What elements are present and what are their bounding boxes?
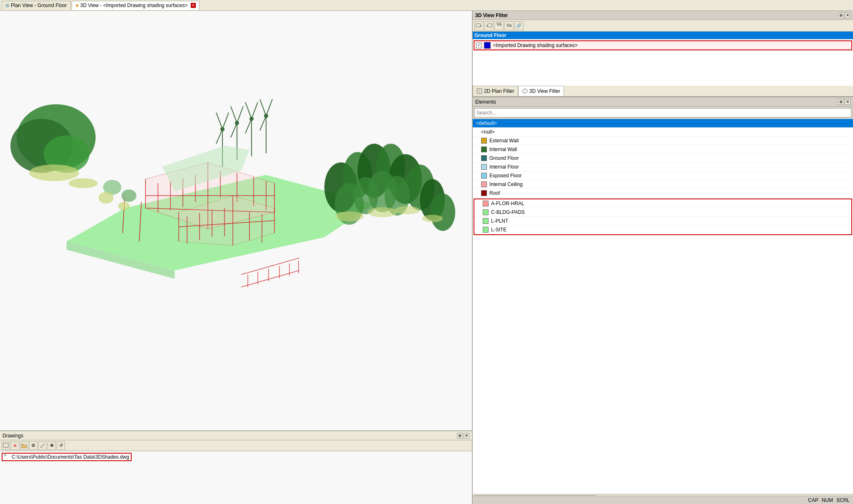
elements-panel: Elements ⊕ ✕ <default><null>External Wal… xyxy=(473,97,853,504)
elem-label-null: <null> xyxy=(481,129,495,135)
filter-panel-controls: ⊕ ✕ xyxy=(838,12,851,18)
drawings-close-btn[interactable]: ✕ xyxy=(464,433,469,439)
element-row-external-wall[interactable]: External Wall xyxy=(473,137,853,145)
filter-imported-drawing-label: <Imported Drawing shading surfaces> xyxy=(493,42,578,48)
tab-plan-view[interactable]: ⊞ Plan View - Ground Floor xyxy=(2,1,71,10)
elements-list: <default><null>External WallInternal Wal… xyxy=(473,119,853,494)
drawings-title: Drawings xyxy=(2,433,23,439)
element-row-l-plnt[interactable]: L-PLNT xyxy=(474,217,851,226)
elem-label-default: <default> xyxy=(476,120,497,126)
2d-plan-icon xyxy=(476,88,482,94)
svg-point-75 xyxy=(335,211,364,221)
tab-bar: ⊞ Plan View - Ground Floor ◈ 3D View - <… xyxy=(0,0,853,11)
svg-point-76 xyxy=(368,207,397,217)
elem-color-l-plnt xyxy=(483,218,489,224)
elem-color-exposed-floor xyxy=(481,173,487,179)
elem-color-l-site xyxy=(483,227,489,233)
elem-color-internal-ceiling xyxy=(481,181,487,187)
plan-view-icon: ⊞ xyxy=(5,3,9,8)
elements-pin-btn[interactable]: ⊕ xyxy=(838,99,844,105)
element-row-internal-floor[interactable]: Internal Floor xyxy=(473,163,853,171)
filter-imported-drawing-checkbox[interactable]: ✓ xyxy=(476,43,481,48)
elem-label-l-site: L-SITE xyxy=(491,227,506,233)
drawings-settings-btn[interactable]: ⚙ xyxy=(29,442,37,450)
svg-point-42 xyxy=(69,178,98,188)
svg-point-47 xyxy=(221,127,224,131)
element-row-l-site[interactable]: L-SITE xyxy=(474,226,851,234)
file-tree-icon xyxy=(4,454,10,460)
filter-row-imported-drawing[interactable]: ✓ <Imported Drawing shading surfaces> xyxy=(474,40,852,50)
3d-view-icon: ◈ xyxy=(75,2,79,8)
tab-3d-view-label: 3D View - <Imported Drawing shading surf… xyxy=(80,2,188,8)
drawings-move-btn[interactable]: ✥ xyxy=(47,442,56,450)
filter-export-btn[interactable] xyxy=(484,21,494,30)
elements-close-btn[interactable]: ✕ xyxy=(845,99,851,105)
filter-pin-btn[interactable]: ⊕ xyxy=(838,12,844,18)
filter-copy-btn[interactable] xyxy=(494,21,504,30)
filter-panel-title: 3D View Filter xyxy=(475,12,508,18)
element-row-roof[interactable]: Roof xyxy=(473,189,853,198)
svg-point-52 xyxy=(235,121,239,124)
elem-label-exposed-floor: Exposed Floor xyxy=(489,173,521,179)
drawings-edit-btn[interactable] xyxy=(38,442,47,450)
element-row-null[interactable]: <null> xyxy=(473,128,853,137)
element-row-internal-wall[interactable]: Internal Wall xyxy=(473,145,853,154)
svg-point-77 xyxy=(395,206,420,214)
element-row-internal-ceiling[interactable]: Internal Ceiling xyxy=(473,180,853,189)
filter-imported-drawing-color xyxy=(484,42,491,49)
svg-point-82 xyxy=(118,202,130,210)
element-row-exposed-floor[interactable]: Exposed Floor xyxy=(473,171,853,180)
filter-panel-title-bar: 3D View Filter ⊕ ✕ xyxy=(473,11,853,20)
elem-color-external-wall xyxy=(481,138,487,144)
elem-label-l-plnt: L-PLNT xyxy=(491,218,508,224)
filter-list: Ground Floor ✓ <Imported Drawing shading… xyxy=(473,32,853,86)
elem-label-a-flor-hral: A-FLOR-HRAL xyxy=(491,201,524,206)
drawing-file-item[interactable]: C:\Users\Public\Documents\Tas Data\3DSha… xyxy=(2,453,132,461)
svg-rect-93 xyxy=(498,24,501,25)
elements-header: Elements ⊕ ✕ xyxy=(473,97,853,107)
switcher-tab-2d[interactable]: 2D Plan Filter xyxy=(473,86,518,96)
3d-viewport[interactable] xyxy=(0,11,472,431)
svg-marker-89 xyxy=(481,25,482,27)
tab-switcher: 2D Plan Filter 3D View Filter xyxy=(473,86,853,97)
svg-point-81 xyxy=(99,192,114,204)
right-panel: 3D View Filter ⊕ ✕ 🔗 xyxy=(473,11,853,504)
filter-link-btn[interactable]: 🔗 xyxy=(514,21,524,30)
element-row-c-bldg-pads[interactable]: C-BLDG-PADS xyxy=(474,208,851,217)
viewport-scene xyxy=(0,11,472,430)
element-row-default[interactable]: <default> xyxy=(473,119,853,128)
elem-color-c-bldg-pads xyxy=(483,209,489,215)
drawings-panel: Drawings ⊕ ✕ ✕ ⚙ ✥ ↺ xyxy=(0,431,472,504)
drawings-import-btn[interactable] xyxy=(2,442,10,450)
filter-paste-btn[interactable] xyxy=(504,21,514,30)
filter-ground-floor-label: Ground Floor xyxy=(474,32,506,38)
drawings-pin-btn[interactable]: ⊕ xyxy=(457,433,463,439)
elem-label-c-bldg-pads: C-BLDG-PADS xyxy=(491,209,525,215)
elem-color-ground-floor xyxy=(481,155,487,161)
switcher-tab-3d-label: 3D View Filter xyxy=(529,88,560,94)
filter-row-ground-floor[interactable]: Ground Floor xyxy=(473,32,853,40)
drawings-folder-btn[interactable] xyxy=(20,442,28,450)
elements-search-input[interactable] xyxy=(474,108,851,117)
filter-close-btn[interactable]: ✕ xyxy=(845,12,851,18)
svg-rect-84 xyxy=(3,443,8,447)
element-row-ground-floor[interactable]: Ground Floor xyxy=(473,154,853,163)
svg-point-70 xyxy=(430,194,455,231)
drawings-header: Drawings ⊕ ✕ xyxy=(0,431,472,440)
drawings-delete-btn[interactable]: ✕ xyxy=(11,442,19,450)
svg-rect-86 xyxy=(5,454,6,456)
elem-label-internal-floor: Internal Floor xyxy=(489,164,519,170)
svg-rect-95 xyxy=(508,25,511,27)
elem-label-ground-floor: Ground Floor xyxy=(489,155,519,161)
element-row-a-flor-hral[interactable]: A-FLOR-HRAL xyxy=(474,199,851,208)
tab-3d-view-close[interactable]: ✕ xyxy=(191,3,196,8)
switcher-tab-3d[interactable]: 3D View Filter xyxy=(518,86,564,96)
tab-3d-view[interactable]: ◈ 3D View - <Imported Drawing shading su… xyxy=(72,1,200,10)
elements-red-group: A-FLOR-HRALC-BLDG-PADSL-PLNTL-SITE xyxy=(474,199,852,235)
status-cap: CAP xyxy=(808,497,818,503)
elem-color-roof xyxy=(481,190,487,196)
drawings-refresh-btn[interactable]: ↺ xyxy=(57,442,65,450)
elem-label-internal-wall: Internal Wall xyxy=(489,146,517,152)
svg-point-80 xyxy=(121,189,136,202)
filter-import-btn[interactable] xyxy=(474,21,484,30)
